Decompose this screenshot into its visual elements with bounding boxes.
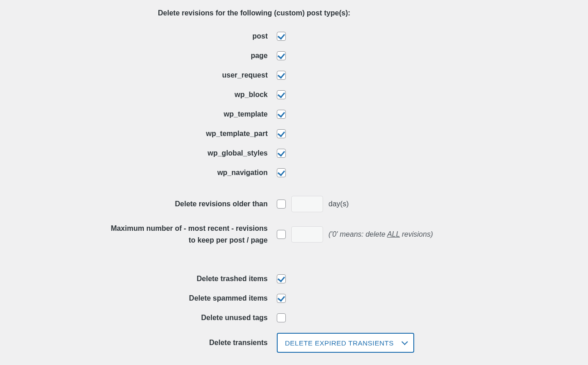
post-type-row: wp_template: [0, 110, 588, 119]
spammed-checkbox[interactable]: [277, 294, 286, 303]
hint-suffix: revisions): [400, 230, 433, 238]
post-type-checkbox[interactable]: [277, 168, 286, 177]
hint-underline: ALL: [387, 230, 400, 238]
post-type-checkbox[interactable]: [277, 90, 286, 99]
max-revisions-label-line1: Maximum number of - most recent - revisi…: [111, 224, 268, 232]
trashed-checkbox[interactable]: [277, 274, 286, 283]
section-title: Delete revisions for the following (cust…: [158, 9, 359, 17]
post-type-checkbox[interactable]: [277, 129, 286, 138]
post-type-checkbox[interactable]: [277, 110, 286, 119]
max-revisions-label-line2: to keep per post / page: [189, 236, 268, 244]
transients-select-wrapper: DELETE EXPIRED TRANSIENTS: [277, 333, 414, 353]
post-type-label: user_request: [0, 71, 277, 79]
post-type-label: wp_navigation: [0, 169, 277, 177]
post-type-label: wp_template: [0, 110, 277, 118]
revisions-older-unit: day(s): [328, 200, 348, 208]
hint-prefix: ('0' means: delete: [328, 230, 387, 238]
revisions-older-label: Delete revisions older than: [0, 200, 277, 208]
post-type-row: post: [0, 32, 588, 41]
post-type-label: wp_global_styles: [0, 149, 277, 157]
post-type-label: wp_block: [0, 91, 277, 99]
transients-row: Delete transients DELETE EXPIRED TRANSIE…: [0, 333, 588, 353]
revisions-older-row: Delete revisions older than day(s): [0, 196, 588, 212]
trashed-label: Delete trashed items: [0, 275, 277, 283]
unused-tags-checkbox[interactable]: [277, 313, 286, 322]
post-type-label: page: [0, 52, 277, 60]
post-type-row: wp_block: [0, 90, 588, 99]
spammed-label: Delete spammed items: [0, 294, 277, 302]
post-type-label: wp_template_part: [0, 130, 277, 138]
max-revisions-hint: ('0' means: delete ALL revisions): [328, 230, 433, 238]
post-type-label: post: [0, 32, 277, 40]
post-type-row: wp_navigation: [0, 168, 588, 177]
spammed-row: Delete spammed items: [0, 294, 588, 303]
unused-tags-row: Delete unused tags: [0, 313, 588, 322]
section-header: Delete revisions for the following (cust…: [0, 9, 588, 17]
max-revisions-input[interactable]: [291, 226, 323, 243]
unused-tags-label: Delete unused tags: [0, 314, 277, 322]
revisions-older-checkbox[interactable]: [277, 200, 286, 209]
transients-select[interactable]: DELETE EXPIRED TRANSIENTS: [277, 333, 414, 353]
post-type-row: wp_template_part: [0, 129, 588, 138]
max-revisions-row: Maximum number of - most recent - revisi…: [0, 223, 588, 246]
post-type-checkbox[interactable]: [277, 149, 286, 158]
post-type-row: page: [0, 51, 588, 60]
post-type-row: wp_global_styles: [0, 149, 588, 158]
max-revisions-checkbox[interactable]: [277, 230, 286, 239]
revisions-older-input[interactable]: [291, 196, 323, 212]
post-type-checkbox[interactable]: [277, 32, 286, 41]
post-type-row: user_request: [0, 71, 588, 80]
transients-label: Delete transients: [0, 339, 277, 347]
post-type-checkbox[interactable]: [277, 51, 286, 60]
max-revisions-label: Maximum number of - most recent - revisi…: [0, 223, 277, 246]
trashed-row: Delete trashed items: [0, 274, 588, 283]
post-type-checkbox[interactable]: [277, 71, 286, 80]
